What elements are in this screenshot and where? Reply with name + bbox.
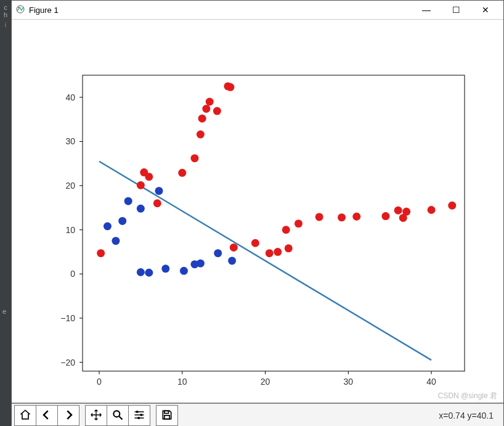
red_points-point: [206, 97, 214, 105]
titlebar: Figure 1 — ☐ ✕: [12, 1, 503, 20]
save-icon: [161, 409, 173, 423]
y-tick-label: 30: [65, 136, 75, 146]
svg-point-2: [113, 411, 120, 417]
app-icon: [15, 4, 25, 16]
red_points-point: [190, 154, 198, 162]
magnify-icon: [112, 409, 124, 423]
blue_points-point: [137, 268, 145, 276]
svg-point-0: [17, 6, 24, 13]
red_points-point: [428, 206, 436, 214]
svg-point-1: [18, 7, 19, 8]
pan-button[interactable]: [85, 405, 107, 426]
y-tick-label: −10: [60, 313, 75, 323]
home-button[interactable]: [14, 405, 36, 426]
y-tick-label: −20: [60, 358, 75, 367]
red_points-point: [213, 107, 221, 115]
red_points-point: [285, 244, 293, 252]
move-icon: [90, 409, 102, 423]
blue_points-point: [161, 264, 169, 272]
y-tick-label: 10: [65, 225, 75, 235]
red_points-point: [226, 83, 234, 91]
figure-canvas[interactable]: 010203040−20−10010203040 CSDN @single 君: [12, 20, 503, 403]
red_points-point: [266, 249, 274, 257]
back-button[interactable]: [36, 405, 58, 426]
x-tick-label: 20: [261, 377, 270, 387]
figure-window: Figure 1 — ☐ ✕ 010203040−20−10010203040 …: [11, 0, 504, 426]
window-title: Figure 1: [29, 6, 59, 15]
red_points-point: [198, 115, 206, 123]
y-tick-label: 20: [65, 181, 75, 190]
svg-rect-3: [136, 411, 138, 412]
configure-button[interactable]: [128, 405, 150, 426]
arrow-right-icon: [62, 409, 75, 423]
x-tick-label: 40: [426, 377, 436, 387]
red_points-point: [295, 219, 303, 227]
red_points-point: [282, 226, 290, 234]
zoom-button[interactable]: [107, 405, 129, 426]
plot-svg: 010203040−20−10010203040: [12, 20, 503, 403]
mpl-toolbar: x=0.74 y=40.1: [12, 403, 503, 426]
red_points-point: [197, 131, 205, 139]
fit-line: [99, 162, 431, 360]
blue_points-point: [155, 187, 163, 195]
red_points-point: [352, 213, 360, 221]
red_points-point: [202, 105, 210, 113]
red_points-point: [315, 213, 323, 221]
cursor-coordinates: x=0.74 y=40.1: [439, 411, 501, 420]
blue_points-point: [112, 237, 120, 245]
y-tick-label: 0: [70, 269, 75, 279]
x-tick-label: 30: [344, 377, 354, 387]
red_points-point: [448, 202, 456, 210]
red_points-point: [338, 213, 346, 221]
svg-rect-7: [165, 415, 169, 419]
blue_points-point: [180, 267, 188, 275]
blue_points-point: [197, 260, 205, 268]
svg-rect-5: [138, 417, 140, 419]
blue_points-point: [124, 197, 132, 205]
home-icon: [19, 409, 31, 423]
red_points-point: [137, 181, 145, 189]
svg-rect-4: [140, 414, 142, 416]
arrow-left-icon: [41, 409, 53, 423]
close-button[interactable]: ✕: [476, 4, 495, 16]
red_points-point: [153, 199, 161, 207]
save-button[interactable]: [156, 405, 178, 426]
maximize-button[interactable]: ☐: [447, 4, 465, 16]
blue_points-point: [214, 249, 222, 257]
blue_points-point: [228, 256, 236, 264]
red_points-point: [230, 244, 238, 252]
y-tick-label: 40: [65, 92, 75, 102]
svg-rect-6: [165, 411, 169, 413]
red_points-point: [402, 208, 410, 216]
x-tick-label: 10: [177, 377, 187, 387]
red_points-point: [145, 173, 153, 181]
forward-button[interactable]: [57, 405, 79, 426]
red_points-point: [251, 239, 259, 247]
minimize-button[interactable]: —: [417, 4, 436, 16]
red_points-point: [381, 212, 389, 220]
axes-frame: [83, 75, 465, 371]
blue_points-point: [118, 217, 126, 225]
red_points-point: [394, 207, 402, 215]
x-tick-label: 0: [97, 377, 102, 387]
blue_points-point: [145, 269, 153, 277]
red_points-point: [274, 248, 282, 256]
blue_points-point: [104, 223, 112, 231]
sliders-icon: [133, 409, 145, 423]
red_points-point: [178, 169, 186, 177]
ide-gutter: c h i e: [0, 0, 11, 426]
blue_points-point: [137, 205, 145, 213]
red_points-point: [97, 249, 105, 257]
